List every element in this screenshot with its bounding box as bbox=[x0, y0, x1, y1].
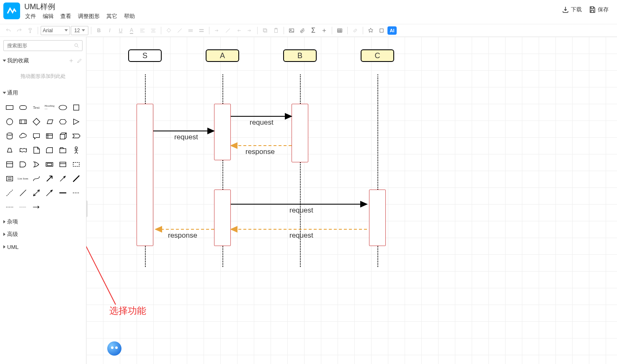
shape-diamond[interactable] bbox=[31, 116, 42, 128]
panel-uml[interactable]: UML bbox=[0, 241, 86, 253]
valign-button[interactable] bbox=[148, 26, 158, 36]
shape-circle[interactable] bbox=[4, 116, 15, 128]
lifeline[interactable] bbox=[222, 160, 223, 190]
arrow-start-button[interactable] bbox=[234, 26, 244, 36]
activation-bar[interactable] bbox=[292, 104, 308, 162]
message-label[interactable]: request bbox=[289, 231, 313, 240]
lifeline[interactable] bbox=[377, 246, 378, 267]
fill-color-button[interactable] bbox=[164, 26, 174, 36]
shape-title-rect[interactable] bbox=[57, 159, 68, 170]
link-button[interactable] bbox=[350, 26, 360, 36]
formula-button[interactable]: Σ bbox=[308, 26, 318, 36]
edit-icon[interactable] bbox=[77, 58, 83, 64]
sidebar-resize-handle[interactable] bbox=[86, 200, 88, 217]
shape-search-input[interactable] bbox=[6, 42, 74, 49]
shape-parallelogram[interactable] bbox=[44, 116, 55, 128]
attachment-button[interactable] bbox=[297, 26, 307, 36]
line-color-button[interactable] bbox=[175, 26, 185, 36]
line-style-button[interactable] bbox=[186, 26, 196, 36]
shape-cylinder[interactable] bbox=[4, 130, 15, 142]
shape-cube[interactable] bbox=[57, 130, 68, 142]
shape-card[interactable] bbox=[44, 144, 55, 156]
menu-other[interactable]: 其它 bbox=[106, 13, 117, 20]
shape-dashed-rect[interactable] bbox=[71, 159, 82, 170]
shape-hline-dash1[interactable] bbox=[71, 187, 82, 199]
shape-hline-arrow[interactable] bbox=[31, 201, 42, 213]
shape-listitem[interactable]: List Item bbox=[18, 173, 28, 185]
shape-double-rect[interactable] bbox=[44, 159, 55, 170]
pin-button[interactable] bbox=[366, 26, 376, 36]
panel-misc[interactable]: 杂项 bbox=[0, 215, 86, 228]
copy-button[interactable] bbox=[260, 26, 270, 36]
shape-tape[interactable] bbox=[18, 144, 28, 156]
connector-button[interactable] bbox=[212, 26, 222, 36]
lifeline[interactable] bbox=[222, 74, 223, 104]
menu-edit[interactable]: 编辑 bbox=[43, 13, 54, 20]
lifeline[interactable] bbox=[222, 246, 223, 267]
shape-arrow-open[interactable] bbox=[44, 187, 55, 199]
lifeline-head[interactable]: A bbox=[206, 49, 239, 62]
shape-line-thin[interactable] bbox=[18, 187, 28, 199]
lifeline[interactable] bbox=[300, 162, 301, 267]
font-size-select[interactable]: 12 bbox=[71, 26, 88, 35]
message-label[interactable]: request bbox=[174, 133, 198, 141]
shape-line-diag[interactable] bbox=[71, 173, 82, 185]
assistant-bot-icon[interactable] bbox=[107, 341, 121, 356]
waypoint-button[interactable] bbox=[223, 26, 233, 36]
font-family-select[interactable]: Arial bbox=[41, 26, 70, 35]
shape-bidir[interactable] bbox=[31, 187, 42, 199]
shape-process[interactable] bbox=[18, 116, 28, 128]
menu-help[interactable]: 帮助 bbox=[124, 13, 135, 20]
shape-hline-dot[interactable] bbox=[18, 201, 28, 213]
activation-bar[interactable] bbox=[214, 190, 231, 246]
line-width-button[interactable] bbox=[196, 26, 207, 36]
shape-hexagon[interactable] bbox=[57, 116, 68, 128]
shape-internal-storage[interactable] bbox=[44, 130, 55, 142]
shape-cloud[interactable] bbox=[18, 130, 28, 142]
download-button[interactable]: 下载 bbox=[562, 6, 582, 13]
shape-triangle[interactable] bbox=[71, 116, 82, 128]
shape-actor[interactable] bbox=[71, 144, 82, 156]
shape-ellipse[interactable] bbox=[57, 102, 68, 113]
shape-arrow-ne[interactable] bbox=[44, 173, 55, 185]
message-label[interactable]: request bbox=[250, 118, 274, 127]
arrow-end-button[interactable] bbox=[245, 26, 255, 36]
shape-folder[interactable] bbox=[57, 144, 68, 156]
layers-button[interactable] bbox=[377, 26, 387, 36]
redo-button[interactable] bbox=[14, 26, 24, 36]
activation-bar[interactable] bbox=[214, 104, 231, 160]
shape-list[interactable] bbox=[4, 173, 15, 185]
shape-rect[interactable] bbox=[4, 102, 15, 113]
ai-button[interactable]: AI bbox=[387, 26, 397, 35]
undo-button[interactable] bbox=[3, 26, 13, 36]
shape-line-dashed[interactable] bbox=[4, 187, 15, 199]
shape-square[interactable] bbox=[71, 102, 82, 113]
shape-step[interactable] bbox=[71, 130, 82, 142]
activation-bar[interactable] bbox=[369, 190, 386, 246]
shape-search[interactable] bbox=[3, 40, 83, 51]
font-color-button[interactable]: A bbox=[126, 26, 137, 36]
message-label[interactable]: response bbox=[245, 148, 275, 156]
panel-general[interactable]: 通用 bbox=[0, 87, 86, 99]
shape-note[interactable] bbox=[31, 144, 42, 156]
add-button[interactable] bbox=[319, 26, 329, 36]
canvas[interactable]: SABC request request response request re… bbox=[86, 37, 617, 364]
paste-button[interactable] bbox=[271, 26, 281, 36]
shape-container[interactable] bbox=[4, 159, 15, 170]
shape-trapezoid[interactable] bbox=[4, 144, 15, 156]
shape-text[interactable]: Text bbox=[31, 102, 42, 113]
save-button[interactable]: 保存 bbox=[589, 6, 609, 13]
table-button[interactable] bbox=[335, 26, 345, 36]
align-button[interactable] bbox=[137, 26, 147, 36]
lifeline-head[interactable]: B bbox=[283, 49, 317, 62]
lifeline[interactable] bbox=[145, 74, 146, 104]
shape-and[interactable] bbox=[18, 159, 28, 170]
message-label[interactable]: response bbox=[168, 231, 197, 240]
shape-hline[interactable] bbox=[57, 187, 68, 199]
bold-button[interactable]: B bbox=[94, 26, 104, 36]
message-label[interactable]: request bbox=[289, 206, 313, 215]
menu-file[interactable]: 文件 bbox=[25, 13, 36, 20]
shape-round-rect[interactable] bbox=[18, 102, 28, 113]
image-button[interactable] bbox=[287, 26, 297, 36]
shape-textbox[interactable]: Heading— bbox=[44, 102, 55, 113]
